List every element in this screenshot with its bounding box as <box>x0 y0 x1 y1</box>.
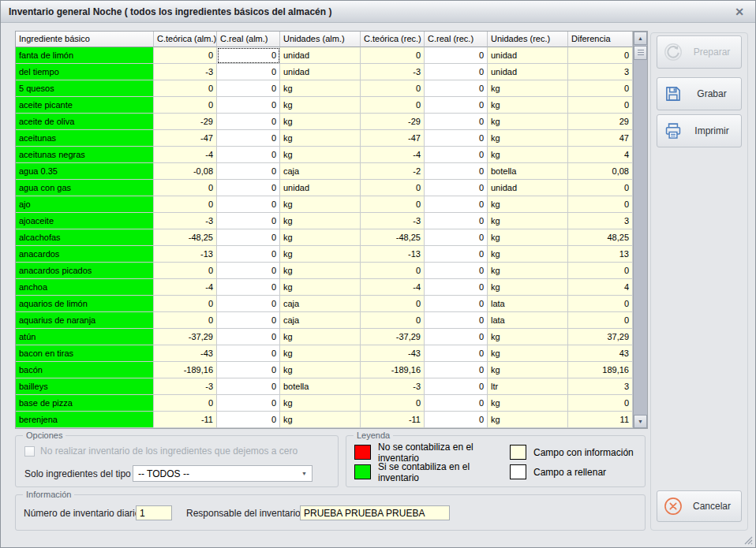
grid-cell[interactable]: unidad <box>280 64 361 80</box>
grid-cell[interactable]: 0 <box>425 80 488 97</box>
grid-cell[interactable]: -0,08 <box>154 163 217 180</box>
grid-cell[interactable]: kg <box>488 345 568 362</box>
grid-cell[interactable]: 0 <box>425 329 488 345</box>
grid-cell[interactable]: kg <box>280 114 361 130</box>
grid-cell[interactable]: kg <box>488 362 568 378</box>
grid-cell[interactable]: 3 <box>568 64 633 80</box>
grid-cell[interactable]: 0 <box>154 296 217 312</box>
grid-cell[interactable]: kg <box>280 213 361 229</box>
grid-cell[interactable]: 0 <box>425 64 488 80</box>
column-header[interactable]: C.teórica (alm.) <box>154 32 217 47</box>
grid-cell[interactable]: kg <box>488 246 568 263</box>
grid-cell[interactable]: kg <box>488 279 568 296</box>
grid-cell[interactable]: 0 <box>425 147 488 163</box>
grid-cell[interactable]: 0 <box>361 263 425 279</box>
ingredient-cell[interactable]: fanta de limón <box>16 47 154 64</box>
grid-cell[interactable]: 0 <box>154 180 217 196</box>
grid-cell[interactable]: 0 <box>154 196 217 213</box>
grid-cell[interactable]: kg <box>280 246 361 263</box>
grid-cell[interactable]: kg <box>280 279 361 296</box>
grid-cell[interactable]: 0 <box>568 47 633 64</box>
grid-cell[interactable]: botella <box>488 163 568 180</box>
ingredient-cell[interactable]: 5 quesos <box>16 80 154 97</box>
grid-cell[interactable]: 0 <box>568 312 633 329</box>
grid-cell[interactable]: 0 <box>425 114 488 130</box>
grid-cell[interactable]: 0 <box>361 196 425 213</box>
grid-cell[interactable]: -3 <box>361 64 425 80</box>
grid-cell[interactable]: 0 <box>425 395 488 412</box>
grid-cell[interactable]: -189,16 <box>154 362 217 378</box>
grid-cell[interactable]: -4 <box>154 279 217 296</box>
grid-cell[interactable]: kg <box>488 196 568 213</box>
grid-cell[interactable]: caja <box>280 312 361 329</box>
grid-cell[interactable]: 0 <box>154 312 217 329</box>
grid-cell[interactable]: 0 <box>217 312 280 329</box>
grid-cell[interactable]: 0 <box>568 263 633 279</box>
grid-cell[interactable]: 0 <box>568 80 633 97</box>
grid-cell[interactable]: 0 <box>425 47 488 64</box>
grid-cell[interactable]: 0 <box>568 97 633 114</box>
cancelar-button[interactable]: Cancelar <box>657 490 742 522</box>
grid-cell[interactable]: kg <box>280 345 361 362</box>
grid-cell[interactable]: 0 <box>568 180 633 196</box>
ingredient-cell[interactable]: agua con gas <box>16 180 154 196</box>
grid-cell[interactable]: 0 <box>217 180 280 196</box>
grid-cell[interactable]: 0 <box>425 130 488 147</box>
grid-cell[interactable]: 0 <box>425 163 488 180</box>
grid-cell[interactable]: 0 <box>361 312 425 329</box>
grid-cell[interactable]: -43 <box>361 345 425 362</box>
grid-cell[interactable]: 0 <box>217 114 280 130</box>
grid-cell[interactable]: lata <box>488 312 568 329</box>
grid-cell[interactable]: -37,29 <box>154 329 217 345</box>
vertical-scrollbar[interactable]: ▲ ▼ <box>633 32 647 428</box>
ingredient-cell[interactable]: del tiempo <box>16 64 154 80</box>
grid-cell[interactable]: 0 <box>154 263 217 279</box>
grid-cell[interactable]: 0,08 <box>568 163 633 180</box>
grid-cell[interactable]: 0 <box>361 80 425 97</box>
scroll-up-icon[interactable]: ▲ <box>634 32 647 45</box>
grid-cell[interactable]: -29 <box>154 114 217 130</box>
ingredient-cell[interactable]: aceitunas <box>16 130 154 147</box>
grid-cell[interactable]: ltr <box>488 378 568 395</box>
grid-cell[interactable]: 0 <box>425 180 488 196</box>
inventory-number-input[interactable] <box>136 505 172 520</box>
close-icon[interactable]: ✕ <box>735 6 747 17</box>
grid-cell[interactable]: -47 <box>361 130 425 147</box>
ingredient-cell[interactable]: atún <box>16 329 154 345</box>
grid-cell[interactable]: 4 <box>568 279 633 296</box>
grid-cell[interactable]: -37,29 <box>361 329 425 345</box>
grid-cell[interactable]: 0 <box>425 296 488 312</box>
grid-cell[interactable]: kg <box>488 263 568 279</box>
grid-cell[interactable]: 0 <box>154 395 217 412</box>
grid-cell[interactable]: 0 <box>217 395 280 412</box>
grid-cell[interactable]: unidad <box>280 180 361 196</box>
grid-cell[interactable]: kg <box>280 412 361 428</box>
grid-cell[interactable]: 3 <box>568 213 633 229</box>
grid-cell[interactable]: 0 <box>425 362 488 378</box>
grid-cell[interactable]: kg <box>280 80 361 97</box>
grid-cell[interactable]: kg <box>488 329 568 345</box>
ingredient-cell[interactable]: agua 0.35 <box>16 163 154 180</box>
grid-cell[interactable]: -48,25 <box>361 229 425 246</box>
grid-cell[interactable]: -4 <box>361 279 425 296</box>
grid-cell[interactable]: 0 <box>361 47 425 64</box>
grid-cell[interactable]: 47 <box>568 130 633 147</box>
responsible-input[interactable] <box>300 505 450 520</box>
ingredient-cell[interactable]: anacardos picados <box>16 263 154 279</box>
grid-cell[interactable]: -4 <box>361 147 425 163</box>
grid-cell[interactable]: 0 <box>217 97 280 114</box>
grabar-button[interactable]: Grabar <box>657 77 742 110</box>
grid-cell[interactable]: kg <box>280 130 361 147</box>
grid-cell[interactable]: 0 <box>568 395 633 412</box>
grid-cell[interactable]: -2 <box>361 163 425 180</box>
grid-cell[interactable]: 0 <box>217 279 280 296</box>
grid-cell[interactable]: lata <box>488 296 568 312</box>
grid-cell[interactable]: 0 <box>425 279 488 296</box>
resize-grip[interactable] <box>743 535 753 545</box>
ingredient-cell[interactable]: ajoaceite <box>16 213 154 229</box>
grid-cell[interactable]: -13 <box>361 246 425 263</box>
grid-cell[interactable]: caja <box>280 163 361 180</box>
grid-cell[interactable]: kg <box>280 395 361 412</box>
ingredient-cell[interactable]: bacon en tiras <box>16 345 154 362</box>
ingredient-cell[interactable]: aceite picante <box>16 97 154 114</box>
